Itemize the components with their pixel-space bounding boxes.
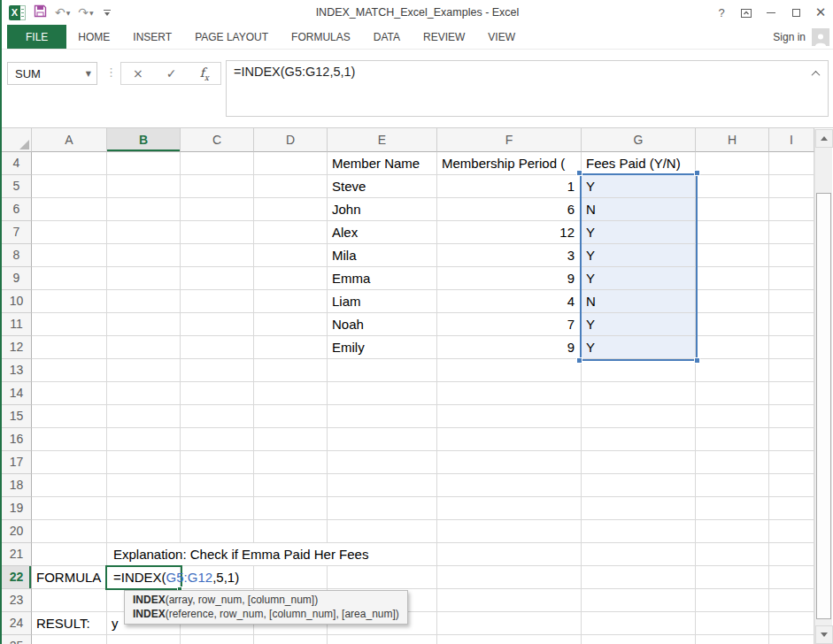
range-handle-bottom-left[interactable]	[576, 357, 582, 364]
tab-formulas[interactable]: FORMULAS	[280, 25, 362, 49]
column-header-H[interactable]: H	[696, 128, 769, 152]
cell-I13[interactable]	[769, 359, 814, 382]
row-header-23[interactable]: 23	[2, 589, 32, 612]
cell-H19[interactable]	[696, 497, 769, 520]
cell-B5[interactable]	[107, 175, 181, 198]
row-header-9[interactable]: 9	[2, 267, 32, 290]
cell-C18[interactable]	[181, 474, 254, 497]
cell-A25[interactable]	[32, 635, 107, 644]
cell-F11[interactable]: 7	[437, 313, 582, 336]
cell-F14[interactable]	[437, 382, 582, 405]
cell-G17[interactable]	[582, 451, 696, 474]
collapse-formula-bar-icon[interactable]	[813, 71, 820, 78]
cell-I7[interactable]	[769, 221, 814, 244]
cell-E12[interactable]: Emily	[328, 336, 437, 359]
cell-H5[interactable]	[696, 175, 769, 198]
cell-B7[interactable]	[107, 221, 181, 244]
enter-button[interactable]: ✓	[166, 66, 177, 80]
cell-I6[interactable]	[769, 198, 814, 221]
cell-G9[interactable]: Y	[582, 267, 696, 290]
name-box[interactable]: SUM ▼	[7, 62, 97, 85]
ribbon-display-options-icon[interactable]	[734, 0, 759, 25]
cell-D19[interactable]	[254, 497, 328, 520]
cell-I17[interactable]	[769, 451, 814, 474]
cell-C7[interactable]	[181, 221, 254, 244]
cell-G4[interactable]: Fees Paid (Y/N)	[582, 152, 696, 175]
help-icon[interactable]: ?	[709, 0, 734, 25]
range-handle-bottom-right[interactable]	[694, 357, 700, 364]
cell-I15[interactable]	[769, 405, 814, 428]
row-header-17[interactable]: 17	[2, 451, 32, 474]
row-header-5[interactable]: 5	[2, 175, 32, 198]
cell-D17[interactable]	[254, 451, 328, 474]
cell-F22[interactable]	[437, 566, 582, 589]
cell-A8[interactable]	[32, 244, 107, 267]
tab-page-layout[interactable]: PAGE LAYOUT	[183, 25, 280, 49]
cell-F8[interactable]: 3	[437, 244, 582, 267]
cell-H21[interactable]	[696, 543, 769, 566]
cell-E25[interactable]	[328, 635, 437, 644]
cell-A16[interactable]	[32, 428, 107, 451]
cell-F15[interactable]	[437, 405, 582, 428]
cell-A17[interactable]	[32, 451, 107, 474]
row-header-25[interactable]: 25	[2, 635, 32, 644]
cell-E15[interactable]	[328, 405, 437, 428]
cell-H18[interactable]	[696, 474, 769, 497]
cell-I11[interactable]	[769, 313, 814, 336]
cell-E10[interactable]: Liam	[328, 290, 437, 313]
cell-A11[interactable]	[32, 313, 107, 336]
cell-F5[interactable]: 1	[437, 175, 582, 198]
cell-G23[interactable]	[582, 589, 696, 612]
tab-review[interactable]: REVIEW	[412, 25, 476, 49]
cell-A10[interactable]	[32, 290, 107, 313]
column-header-I[interactable]: I	[769, 128, 814, 152]
cell-C17[interactable]	[181, 451, 254, 474]
range-handle-top-right[interactable]	[694, 170, 700, 176]
cell-H4[interactable]	[696, 152, 769, 175]
save-icon[interactable]	[34, 4, 47, 21]
cell-I8[interactable]	[769, 244, 814, 267]
cell-C5[interactable]	[181, 175, 254, 198]
maximize-icon[interactable]	[783, 0, 808, 25]
cell-G8[interactable]: Y	[582, 244, 696, 267]
formula-bar-grip-icon[interactable]: ⋮	[105, 65, 117, 79]
cell-A15[interactable]	[32, 405, 107, 428]
avatar[interactable]	[812, 28, 829, 46]
cell-B10[interactable]	[107, 290, 181, 313]
cell-E13[interactable]	[328, 359, 437, 382]
cell-A7[interactable]	[32, 221, 107, 244]
cell-F16[interactable]	[437, 428, 582, 451]
cell-D4[interactable]	[254, 152, 328, 175]
scrollbar-thumb[interactable]	[816, 193, 831, 619]
insert-function-button[interactable]: fx	[200, 65, 209, 82]
cell-F24[interactable]	[437, 612, 582, 635]
cell-I18[interactable]	[769, 474, 814, 497]
row-header-15[interactable]: 15	[2, 405, 32, 428]
cell-I12[interactable]	[769, 336, 814, 359]
scroll-up-icon[interactable]	[815, 129, 833, 148]
cell-H14[interactable]	[696, 382, 769, 405]
cell-H17[interactable]	[696, 451, 769, 474]
tab-insert[interactable]: INSERT	[121, 25, 183, 49]
cell-I22[interactable]	[769, 566, 814, 589]
cell-B12[interactable]	[107, 336, 181, 359]
row-header-14[interactable]: 14	[2, 382, 32, 405]
cell-B8[interactable]	[107, 244, 181, 267]
range-handle-top-left[interactable]	[576, 170, 582, 176]
cell-E6[interactable]: John	[328, 198, 437, 221]
row-header-18[interactable]: 18	[2, 474, 32, 497]
cell-D22[interactable]	[254, 566, 328, 589]
cell-A12[interactable]	[32, 336, 107, 359]
cell-F23[interactable]	[437, 589, 582, 612]
cell-I19[interactable]	[769, 497, 814, 520]
cell-E19[interactable]	[328, 497, 437, 520]
cell-A19[interactable]	[32, 497, 107, 520]
row-header-10[interactable]: 10	[2, 290, 32, 313]
redo-dropdown-icon[interactable]: ▼	[89, 10, 94, 16]
cell-G7[interactable]: Y	[582, 221, 696, 244]
cell-B11[interactable]	[107, 313, 181, 336]
vertical-scrollbar[interactable]	[814, 129, 832, 644]
cell-I25[interactable]	[769, 635, 814, 644]
cell-B22-formula[interactable]: =INDEX(G5:G12,5,1)	[109, 566, 239, 588]
cell-E8[interactable]: Mila	[328, 244, 437, 267]
